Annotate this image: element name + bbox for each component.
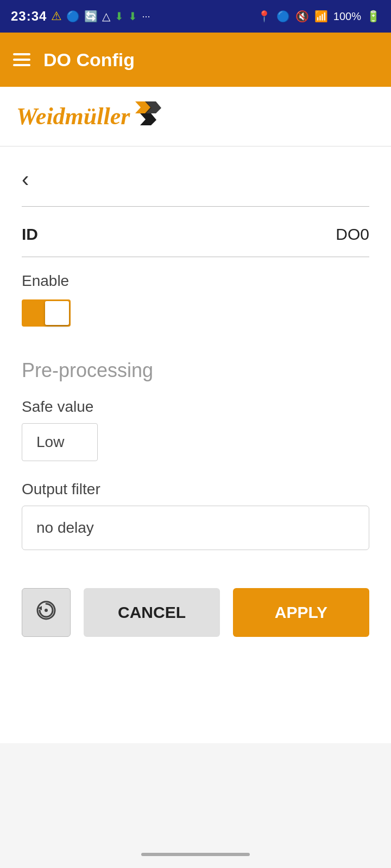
preprocessing-section: Pre-processing Safe value Low Output fil… [22, 359, 369, 550]
safe-value-input[interactable]: Low [22, 423, 98, 461]
chrome-icon: 🔵 [66, 10, 80, 23]
more-icon: ··· [142, 11, 150, 22]
svg-marker-2 [140, 113, 156, 125]
safe-value-label: Safe value [22, 398, 369, 416]
download-icon: ⬇ [115, 10, 124, 23]
wifi-icon: 📶 [314, 10, 328, 23]
nav-pill [141, 853, 250, 856]
status-bar: 23:34 ⚠ 🔵 🔄 △ ⬇ ⬇ ··· 📍 🔵 🔇 📶 100% 🔋 [0, 0, 391, 33]
app-bar: DO Config [0, 33, 391, 87]
download2-icon: ⬇ [128, 10, 137, 23]
id-row: ID DO0 [22, 212, 369, 257]
brand-logo-icon [135, 101, 168, 131]
brand-logo-text: Weidmüller [16, 103, 130, 130]
content-area: ‹ ID DO0 Enable Pre-processing Safe valu… [0, 146, 391, 743]
output-filter-input[interactable]: no delay [22, 506, 369, 550]
output-filter-label: Output filter [22, 481, 369, 498]
enable-label: Enable [22, 272, 369, 290]
enable-section: Enable [22, 257, 369, 337]
page-title: DO Config [43, 49, 135, 71]
toggle-thumb [45, 301, 69, 325]
apply-button[interactable]: APPLY [233, 588, 369, 637]
location-icon: 📍 [257, 10, 271, 23]
battery-text: 100% [333, 10, 361, 23]
shield-icon: △ [102, 10, 110, 23]
id-label: ID [22, 225, 38, 244]
preprocessing-title: Pre-processing [22, 359, 369, 382]
battery-icon: 🔋 [367, 10, 380, 23]
id-value: DO0 [336, 225, 369, 244]
nav-bar [0, 841, 391, 868]
warning-icon: ⚠ [51, 9, 62, 23]
reset-button[interactable] [22, 588, 71, 637]
hamburger-menu-button[interactable] [13, 53, 30, 66]
brand-arrows-icon [135, 101, 168, 126]
cancel-button[interactable]: CANCEL [84, 588, 220, 637]
enable-toggle[interactable] [22, 299, 71, 327]
mute-icon: 🔇 [295, 10, 309, 23]
logo-section: Weidmüller [0, 87, 391, 146]
sync-icon: 🔄 [84, 10, 98, 23]
back-chevron-icon: ‹ [22, 167, 29, 191]
status-time: 23:34 [11, 9, 47, 24]
top-divider [22, 206, 369, 207]
bottom-action-bar: CANCEL APPLY [22, 577, 369, 648]
bluetooth-icon: 🔵 [276, 10, 290, 23]
svg-point-5 [45, 609, 48, 612]
back-button[interactable]: ‹ [22, 168, 29, 190]
reset-icon [34, 598, 58, 627]
